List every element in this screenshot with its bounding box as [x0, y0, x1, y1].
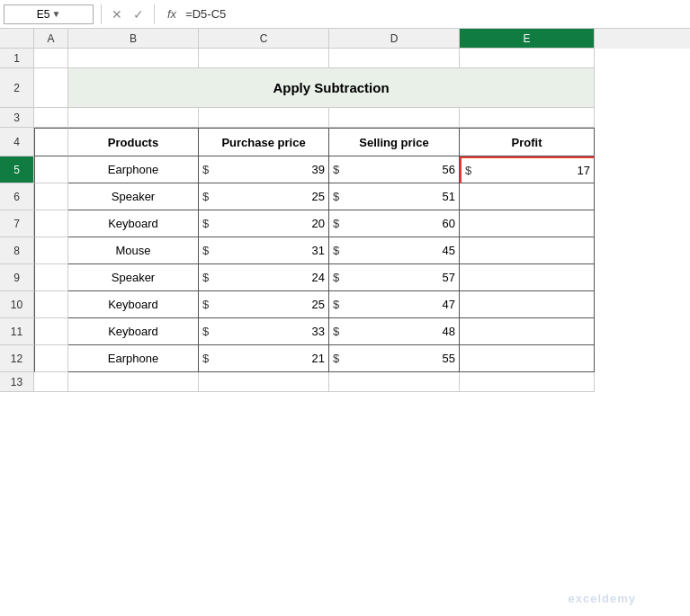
cell-d9[interactable]: $ 57 [329, 264, 460, 291]
cell-c11[interactable]: $ 33 [199, 318, 329, 345]
cell-a12[interactable] [34, 345, 68, 372]
selling-price-6: 51 [343, 190, 455, 203]
product-name-8: Mouse [115, 244, 150, 257]
col-header-d[interactable]: D [329, 29, 460, 49]
cell-e11[interactable] [460, 318, 595, 345]
row-num-5: 5 [0, 156, 34, 183]
cell-c5[interactable]: $ 39 [199, 156, 329, 183]
col-header-b[interactable]: B [68, 29, 199, 49]
cell-e4-header[interactable]: Profit [460, 128, 595, 156]
confirm-icon[interactable]: ✓ [130, 7, 147, 22]
cell-e6[interactable] [460, 183, 595, 210]
cell-e7[interactable] [460, 210, 595, 237]
cell-b12[interactable]: Earphone [68, 345, 199, 372]
cell-e13[interactable] [460, 372, 595, 392]
cell-c8[interactable]: $ 31 [199, 237, 329, 264]
cell-e12[interactable] [460, 345, 595, 372]
cell-d7[interactable]: $ 60 [329, 210, 460, 237]
cell-d10[interactable]: $ 47 [329, 291, 460, 318]
title-cell[interactable]: Apply Subtraction [68, 68, 595, 108]
cell-b6[interactable]: Speaker [68, 183, 199, 210]
formula-input[interactable]: =D5-C5 [185, 7, 686, 21]
product-name-12: Earphone [108, 352, 158, 365]
row-1: 1 [0, 49, 690, 68]
products-header: Products [108, 136, 158, 149]
cell-d4-header[interactable]: Selling price [329, 128, 460, 156]
currency-symbol-d5: $ [333, 163, 339, 176]
purchase-price-12: 21 [212, 352, 325, 365]
cell-b11[interactable]: Keyboard [68, 318, 199, 345]
cell-b5[interactable]: Earphone [68, 156, 199, 183]
cell-b8[interactable]: Mouse [68, 237, 199, 264]
row-12: 12 Earphone $ 21 $ 55 [0, 345, 690, 372]
cell-c9[interactable]: $ 24 [199, 264, 329, 291]
cell-d6[interactable]: $ 51 [329, 183, 460, 210]
cell-e3[interactable] [460, 108, 595, 128]
cell-d5[interactable]: $ 56 [329, 156, 460, 183]
cell-e9[interactable] [460, 264, 595, 291]
cell-e5[interactable]: $ 17 [460, 156, 595, 183]
fx-label: fx [167, 7, 176, 21]
selling-price-5: 56 [343, 163, 455, 176]
cell-a7[interactable] [34, 210, 68, 237]
currency-symbol-e5: $ [465, 164, 471, 177]
cell-a2[interactable] [34, 68, 68, 108]
cell-a11[interactable] [34, 318, 68, 345]
cell-a4[interactable] [34, 128, 68, 156]
row-4: 4 Products Purchase price Selling price … [0, 128, 690, 156]
name-box-arrow[interactable]: ▼ [51, 9, 60, 19]
cell-b3[interactable] [68, 108, 199, 128]
formula-divider2 [154, 4, 155, 24]
cell-d12[interactable]: $ 55 [329, 345, 460, 372]
currency-symbol-c5: $ [202, 163, 209, 176]
cell-b7[interactable]: Keyboard [68, 210, 199, 237]
cancel-icon[interactable]: ✕ [109, 7, 125, 22]
cell-c6[interactable]: $ 25 [199, 183, 329, 210]
cell-b1[interactable] [68, 49, 199, 68]
cell-a8[interactable] [34, 237, 68, 264]
cell-e10[interactable] [460, 291, 595, 318]
cell-b10[interactable]: Keyboard [68, 291, 199, 318]
product-name-10: Keyboard [108, 298, 158, 311]
row-num-12: 12 [0, 345, 34, 372]
cell-c10[interactable]: $ 25 [199, 291, 329, 318]
cell-a5[interactable] [34, 156, 68, 183]
cell-e1[interactable] [460, 49, 595, 68]
cell-d13[interactable] [329, 372, 460, 392]
cell-d3[interactable] [329, 108, 460, 128]
title-text: Apply Subtraction [273, 80, 389, 95]
cell-b9[interactable]: Speaker [68, 264, 199, 291]
cell-d8[interactable]: $ 45 [329, 237, 460, 264]
purchase-price-header: Purchase price [221, 136, 305, 149]
row-num-4: 4 [0, 128, 34, 156]
cell-a13[interactable] [34, 372, 68, 392]
cell-c1[interactable] [199, 49, 329, 68]
cell-c12[interactable]: $ 21 [199, 345, 329, 372]
cell-a10[interactable] [34, 291, 68, 318]
cell-d11[interactable]: $ 48 [329, 318, 460, 345]
row-7: 7 Keyboard $ 20 $ 60 [0, 210, 690, 237]
cell-c13[interactable] [199, 372, 329, 392]
formula-divider [101, 4, 102, 24]
row-num-2: 2 [0, 68, 34, 108]
cell-b13[interactable] [68, 372, 199, 392]
cell-c3[interactable] [199, 108, 329, 128]
cell-a3[interactable] [34, 108, 68, 128]
cell-e8[interactable] [460, 237, 595, 264]
cell-d1[interactable] [329, 49, 460, 68]
purchase-price-9: 24 [212, 271, 325, 284]
name-box[interactable]: E5 ▼ [4, 4, 94, 24]
purchase-price-7: 20 [212, 217, 325, 230]
cell-a1[interactable] [34, 49, 68, 68]
cell-b4-header[interactable]: Products [68, 128, 199, 156]
col-header-a[interactable]: A [34, 29, 68, 49]
row-num-10: 10 [0, 291, 34, 318]
cell-a9[interactable] [34, 264, 68, 291]
col-header-c[interactable]: C [199, 29, 329, 49]
purchase-price-10: 25 [212, 298, 325, 311]
row-num-13: 13 [0, 372, 34, 392]
cell-c7[interactable]: $ 20 [199, 210, 329, 237]
col-header-e[interactable]: E [460, 29, 595, 49]
cell-a6[interactable] [34, 183, 68, 210]
cell-c4-header[interactable]: Purchase price [199, 128, 329, 156]
